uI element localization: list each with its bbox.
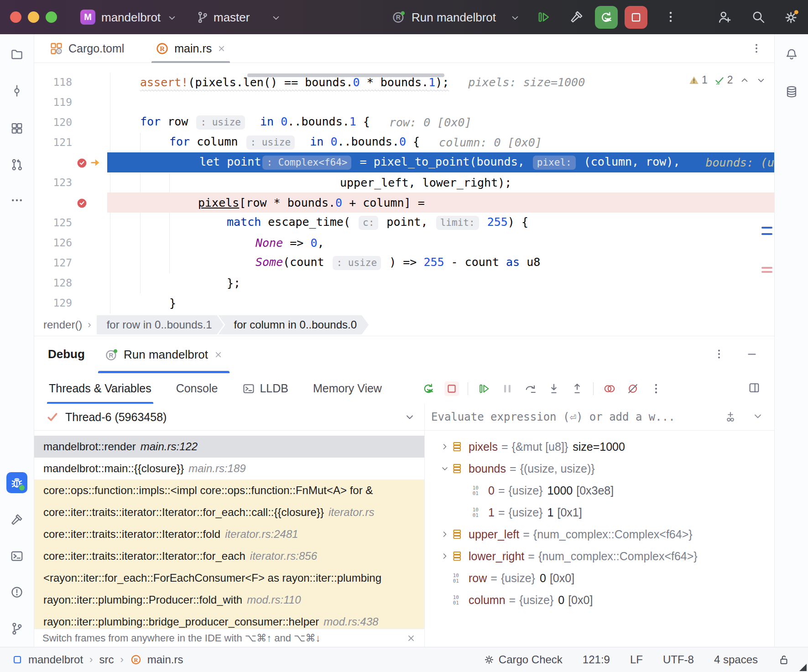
code-line[interactable]: 126None => 0, (34, 233, 774, 253)
tab-options-kebab-icon[interactable] (751, 42, 762, 54)
line-number[interactable]: 126 (34, 237, 72, 249)
variable-row[interactable]: 10010={usize}1000[0x3e8] (425, 479, 774, 501)
execution-arrow-icon[interactable] (90, 156, 102, 169)
pull-requests-tool-icon[interactable] (6, 154, 27, 175)
project-tool-icon[interactable] (6, 44, 27, 65)
editor-gutter[interactable]: 126 (34, 233, 107, 253)
variable-row[interactable]: 10011={usize}1[0x1] (425, 501, 774, 523)
path-segment[interactable]: src (99, 653, 114, 666)
status-widget-utf-8[interactable]: UTF-8 (663, 653, 694, 666)
code-text[interactable]: pixels[row * bounds.0 + column] = (107, 193, 774, 213)
code-line[interactable]: 123upper_left, lower_right); (34, 172, 774, 193)
variable-row[interactable]: 1001row={usize}0[0x0] (425, 567, 774, 589)
line-number[interactable]: 118 (34, 76, 72, 88)
search-icon[interactable] (751, 10, 766, 24)
step-into-button[interactable] (547, 381, 561, 396)
stack-frame-row[interactable]: core::ops::function::impls::<impl core::… (34, 479, 424, 501)
debug-tab-memory-view[interactable]: Memory View (312, 373, 383, 404)
editor-gutter[interactable]: 123 (34, 172, 107, 193)
path-segment[interactable]: mandelbrot (28, 653, 83, 666)
close-session-icon[interactable] (214, 350, 223, 359)
status-widget-4-spaces[interactable]: 4 spaces (714, 653, 758, 666)
editor-gutter[interactable]: 127 (34, 253, 107, 273)
line-number[interactable]: 125 (34, 217, 72, 229)
debug-tab-lldb[interactable]: LLDB (241, 373, 289, 404)
stack-frame-row[interactable]: core::iter::traits::iterator::Iterator::… (34, 501, 424, 523)
resume-program-icon[interactable] (537, 10, 551, 24)
breakpoint-icon[interactable] (76, 197, 88, 209)
line-number[interactable]: 127 (34, 257, 72, 269)
build-tool-icon[interactable] (6, 509, 27, 530)
variable-row[interactable]: pixels={&mut [u8]}size=1000 (425, 436, 774, 458)
rerun-debug-button[interactable] (421, 381, 436, 396)
warnings-count[interactable]: 1 (688, 74, 708, 86)
mute-breakpoints-button[interactable] (626, 381, 640, 396)
code-line[interactable]: 128}; (34, 273, 774, 293)
code-line[interactable]: pixels[row * bounds.0 + column] = (34, 193, 774, 213)
code-line[interactable]: 129} (34, 293, 774, 313)
chevron-down-icon[interactable] (271, 13, 281, 23)
breadcrumb-chip[interactable]: for column in 0..bounds.0 (219, 315, 369, 334)
error-stripe-mark[interactable] (761, 267, 772, 269)
chevron-right-icon[interactable] (438, 442, 451, 451)
chevron-down-icon[interactable] (167, 13, 177, 23)
breakpoint-icon[interactable] (76, 156, 88, 169)
code-line[interactable]: 120for row : usize in 0..bounds.1 {row: … (34, 112, 774, 132)
add-user-icon[interactable] (717, 10, 732, 25)
status-widget-121-9[interactable]: 121:9 (583, 653, 610, 666)
evaluate-expression-field[interactable]: Evaluate expression (⏎) or add a w... (425, 404, 774, 431)
version-control-tool-icon[interactable] (6, 618, 27, 639)
thread-selector[interactable]: Thread-6 (5963458) (34, 404, 424, 431)
status-widget-unlock[interactable] (778, 654, 790, 666)
code-text[interactable]: Some(count : usize ) => 255 - count as u… (107, 253, 774, 273)
line-number[interactable]: 128 (34, 277, 72, 289)
editor-gutter[interactable] (34, 193, 107, 213)
debug-tool-icon[interactable] (6, 472, 27, 493)
close-hint-icon[interactable] (406, 633, 416, 643)
run-config-name[interactable]: Run mandelbrot (412, 10, 496, 25)
chevron-down-icon[interactable] (404, 412, 415, 422)
more-tools-icon[interactable] (6, 190, 27, 211)
settings-gear-icon[interactable] (784, 9, 799, 25)
chevron-down-icon[interactable] (752, 411, 763, 423)
editor-gutter[interactable]: 119 (34, 92, 107, 112)
code-editor[interactable]: 118assert!(pixels.len() == bounds.0 * bo… (34, 63, 774, 314)
code-text[interactable]: } (107, 293, 774, 313)
stack-frame-row[interactable]: <rayon::iter::for_each::ForEachConsumer<… (34, 567, 424, 589)
code-line[interactable]: 121for column : usize in 0..bounds.0 {co… (34, 132, 774, 152)
notifications-icon[interactable] (781, 44, 802, 65)
chevron-down-icon[interactable] (438, 464, 451, 473)
line-number[interactable]: 119 (34, 96, 72, 108)
error-stripe-mark[interactable] (761, 271, 772, 273)
variable-row[interactable]: upper_left={num_complex::Complex<f64>} (425, 523, 774, 545)
line-number[interactable]: 120 (34, 116, 72, 128)
next-problem-icon[interactable] (756, 75, 766, 85)
editor-gutter[interactable]: 118 (34, 72, 107, 92)
terminal-tool-icon[interactable] (6, 546, 27, 567)
rerun-debug-button[interactable] (595, 6, 618, 29)
code-line[interactable]: 125match escape_time( c: point, limit: 2… (34, 213, 774, 233)
code-text[interactable]: let point: Complex<f64> = pixel_to_point… (107, 152, 774, 172)
chevron-right-icon[interactable] (438, 552, 451, 561)
problems-tool-icon[interactable] (6, 582, 27, 603)
structure-tool-icon[interactable] (6, 118, 27, 139)
code-line[interactable]: let point: Complex<f64> = pixel_to_point… (34, 152, 774, 172)
horizontal-scrollbar-thumb[interactable] (247, 73, 444, 77)
code-text[interactable]: None => 0, (107, 233, 774, 253)
code-text[interactable] (107, 92, 774, 112)
error-stripe-mark[interactable] (761, 227, 772, 229)
hide-panel-icon[interactable] (746, 348, 758, 360)
pause-button[interactable] (500, 381, 515, 396)
editor-gutter[interactable]: 120 (34, 112, 107, 132)
stack-frame-row[interactable]: core::iter::traits::iterator::Iterator::… (34, 523, 424, 545)
debug-tab-threads-variables[interactable]: Threads & Variables (48, 373, 152, 404)
code-text[interactable]: for row : usize in 0..bounds.1 {row: 0 [… (107, 112, 774, 132)
stop-button[interactable] (444, 381, 459, 396)
code-text[interactable]: for column : usize in 0..bounds.0 {colum… (107, 132, 774, 152)
code-line[interactable]: 119 (34, 92, 774, 112)
resize-grip[interactable] (799, 664, 807, 671)
layout-settings-icon[interactable] (748, 381, 761, 394)
commit-tool-icon[interactable] (6, 80, 27, 101)
breadcrumb-chip[interactable]: for row in 0..bounds.1 (97, 315, 224, 334)
database-tool-icon[interactable] (781, 81, 802, 102)
